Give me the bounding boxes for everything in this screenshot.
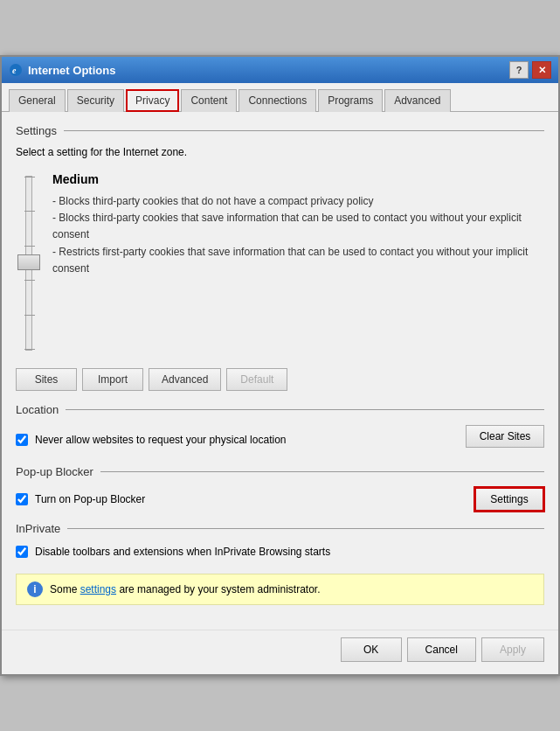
location-checkbox-row: Never allow websites to request your phy… xyxy=(16,432,286,448)
settings-label: Settings xyxy=(16,124,57,137)
cancel-button[interactable]: Cancel xyxy=(407,637,476,662)
tab-advanced[interactable]: Advanced xyxy=(384,89,450,112)
location-checkbox[interactable] xyxy=(16,434,28,446)
sites-button[interactable]: Sites xyxy=(16,368,77,391)
title-bar-left: e Internet Options xyxy=(9,63,115,77)
tick-1 xyxy=(24,177,35,178)
tab-programs[interactable]: Programs xyxy=(318,89,383,112)
tick-3 xyxy=(24,246,35,247)
inprivate-divider xyxy=(67,528,544,529)
info-bar: i Some settings are managed by your syst… xyxy=(16,574,544,605)
slider-handle[interactable] xyxy=(17,254,40,270)
tab-security[interactable]: Security xyxy=(67,89,124,112)
default-button[interactable]: Default xyxy=(226,368,287,391)
title-bar: e Internet Options ? ✕ xyxy=(2,57,558,83)
settings-description: Select a setting for the Internet zone. xyxy=(16,146,544,158)
svg-text:e: e xyxy=(12,66,17,75)
inprivate-checkbox[interactable] xyxy=(16,546,28,558)
tab-privacy[interactable]: Privacy xyxy=(126,89,179,112)
close-button[interactable]: ✕ xyxy=(532,61,551,79)
location-label: Location xyxy=(16,403,59,416)
location-checkbox-label: Never allow websites to request your phy… xyxy=(35,432,286,448)
privacy-bullet-3: - Restricts first-party cookies that sav… xyxy=(52,246,528,275)
privacy-description: Medium - Blocks third-party cookies that… xyxy=(52,172,544,351)
privacy-slider-container xyxy=(16,172,42,351)
internet-options-window: e Internet Options ? ✕ General Security … xyxy=(0,55,560,676)
tick-5 xyxy=(24,315,35,316)
inprivate-checkbox-label: Disable toolbars and extensions when InP… xyxy=(35,544,544,560)
inprivate-checkbox-row: Disable toolbars and extensions when InP… xyxy=(16,544,544,560)
tick-6 xyxy=(24,349,35,350)
advanced-button[interactable]: Advanced xyxy=(149,368,221,391)
inprivate-label: InPrivate xyxy=(16,522,60,535)
main-content: Settings Select a setting for the Intern… xyxy=(2,112,558,630)
privacy-text: - Blocks third-party cookies that do not… xyxy=(52,193,544,277)
info-text: Some settings are managed by your system… xyxy=(50,583,320,595)
ok-button[interactable]: OK xyxy=(341,637,402,662)
inprivate-section: InPrivate Disable toolbars and extension… xyxy=(16,522,544,560)
info-text-after: are managed by your system administrator… xyxy=(116,583,320,595)
popup-label: Pop-up Blocker xyxy=(16,465,93,478)
info-text-before: Some xyxy=(50,583,80,595)
privacy-level: Medium xyxy=(52,172,544,186)
tick-2 xyxy=(24,211,35,212)
popup-checkbox-label: Turn on Pop-up Blocker xyxy=(35,491,145,507)
bottom-buttons: OK Cancel Apply xyxy=(2,630,558,674)
settings-section-header: Settings xyxy=(16,124,544,137)
tab-general[interactable]: General xyxy=(9,89,66,112)
info-icon: i xyxy=(27,581,43,597)
privacy-bullet-1: - Blocks third-party cookies that do not… xyxy=(52,195,374,207)
tabs-container: General Security Privacy Content Connect… xyxy=(2,83,558,112)
popup-row: Turn on Pop-up Blocker Settings xyxy=(16,487,544,512)
tab-connections[interactable]: Connections xyxy=(239,89,316,112)
privacy-slider-track[interactable] xyxy=(25,176,32,351)
tab-content[interactable]: Content xyxy=(181,89,237,112)
popup-section: Pop-up Blocker Turn on Pop-up Blocker Se… xyxy=(16,465,544,512)
settings-divider xyxy=(64,130,544,131)
app-icon: e xyxy=(9,63,23,77)
settings-buttons-row: Sites Import Advanced Default xyxy=(16,368,544,391)
location-section-header: Location xyxy=(16,403,544,416)
window-title: Internet Options xyxy=(28,64,115,77)
tick-4 xyxy=(24,280,35,281)
import-button[interactable]: Import xyxy=(82,368,143,391)
location-section: Location Never allow websites to request… xyxy=(16,403,544,455)
popup-section-header: Pop-up Blocker xyxy=(16,465,544,478)
info-settings-link[interactable]: settings xyxy=(80,583,116,595)
settings-area: Medium - Blocks third-party cookies that… xyxy=(16,165,544,358)
title-bar-controls: ? ✕ xyxy=(509,61,551,79)
popup-settings-button[interactable]: Settings xyxy=(474,487,544,512)
location-divider xyxy=(66,409,544,410)
privacy-bullet-2: - Blocks third-party cookies that save i… xyxy=(52,212,522,240)
popup-checkbox[interactable] xyxy=(16,493,28,505)
popup-divider xyxy=(100,471,544,472)
apply-button[interactable]: Apply xyxy=(481,637,544,662)
popup-checkbox-row: Turn on Pop-up Blocker xyxy=(16,491,145,507)
clear-sites-button[interactable]: Clear Sites xyxy=(466,425,544,448)
help-button[interactable]: ? xyxy=(509,61,529,79)
location-row: Never allow websites to request your phy… xyxy=(16,425,544,455)
inprivate-section-header: InPrivate xyxy=(16,522,544,535)
